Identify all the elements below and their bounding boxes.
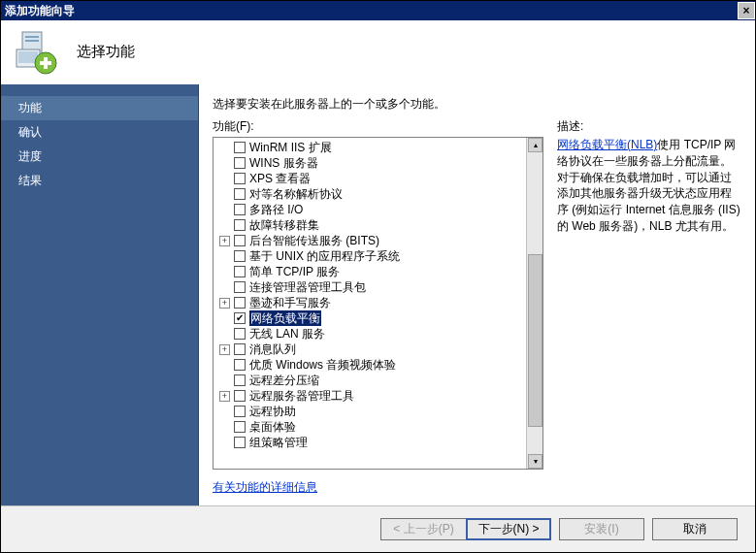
feature-checkbox[interactable] (234, 157, 246, 169)
feature-label: 后台智能传送服务 (BITS) (249, 233, 379, 248)
feature-node[interactable]: 连接管理器管理工具包 (214, 279, 526, 295)
feature-node[interactable]: +远程服务器管理工具 (214, 388, 526, 404)
prev-button[interactable]: < 上一步(P) (380, 518, 466, 540)
more-info-link[interactable]: 有关功能的详细信息 (213, 479, 543, 496)
nav-button-group: < 上一步(P) 下一步(N) > (380, 518, 551, 540)
feature-label: 优质 Windows 音频视频体验 (249, 357, 396, 373)
feature-label: 组策略管理 (249, 435, 308, 450)
description-text: 网络负载平衡(NLB)使用 TCP/IP 网络协议在一些服务器上分配流量。对于确… (557, 137, 741, 235)
expand-icon[interactable]: + (219, 298, 230, 309)
main-panel: 选择要安装在此服务器上的一个或多个功能。 功能(F): WinRM IIS 扩展… (199, 84, 755, 505)
feature-checkbox[interactable] (234, 312, 246, 324)
description-label: 描述: (557, 118, 741, 135)
feature-checkbox[interactable] (234, 235, 246, 246)
feature-label: 连接管理器管理工具包 (249, 279, 366, 295)
feature-node[interactable]: WINS 服务器 (214, 155, 526, 171)
feature-checkbox[interactable] (234, 343, 246, 355)
features-column: 功能(F): WinRM IIS 扩展WINS 服务器XPS 查看器对等名称解析… (213, 118, 543, 496)
feature-checkbox[interactable] (234, 142, 246, 153)
feature-node[interactable]: WinRM IIS 扩展 (214, 140, 526, 155)
sidebar: 功能确认进度结果 (1, 84, 199, 505)
close-button[interactable]: × (738, 2, 755, 19)
feature-node[interactable]: 网络负载平衡 (214, 310, 526, 326)
feature-label: 基于 UNIX 的应用程序子系统 (249, 248, 400, 264)
sidebar-step[interactable]: 功能 (1, 96, 198, 120)
feature-node[interactable]: 远程差分压缩 (214, 373, 526, 388)
feature-checkbox[interactable] (234, 250, 246, 262)
expand-icon[interactable]: + (219, 344, 230, 355)
feature-label: 墨迹和手写服务 (249, 295, 331, 310)
feature-node[interactable]: 远程协助 (214, 404, 526, 419)
feature-checkbox[interactable] (234, 328, 246, 340)
sidebar-step[interactable]: 进度 (1, 145, 198, 169)
content-row: 功能(F): WinRM IIS 扩展WINS 服务器XPS 查看器对等名称解析… (213, 118, 741, 496)
instruction-text: 选择要安装在此服务器上的一个或多个功能。 (213, 96, 741, 113)
feature-node[interactable]: +消息队列 (214, 342, 526, 357)
scrollbar[interactable]: ▴ ▾ (526, 138, 542, 469)
description-column: 描述: 网络负载平衡(NLB)使用 TCP/IP 网络协议在一些服务器上分配流量… (557, 118, 741, 496)
feature-label: 故障转移群集 (249, 217, 319, 233)
feature-node[interactable]: +墨迹和手写服务 (214, 295, 526, 310)
footer: < 上一步(P) 下一步(N) > 安装(I) 取消 (1, 505, 755, 552)
expand-icon[interactable]: + (219, 391, 230, 402)
feature-node[interactable]: 故障转移群集 (214, 217, 526, 233)
feature-checkbox[interactable] (234, 390, 246, 402)
feature-label: 远程差分压缩 (249, 373, 319, 388)
feature-label: 远程协助 (249, 404, 296, 419)
window-title: 添加功能向导 (5, 3, 75, 19)
feature-node[interactable]: +后台智能传送服务 (BITS) (214, 233, 526, 248)
feature-label: 消息队列 (249, 342, 296, 357)
svg-rect-1 (25, 36, 39, 38)
feature-node[interactable]: 简单 TCP/IP 服务 (214, 264, 526, 279)
feature-node[interactable]: 无线 LAN 服务 (214, 326, 526, 342)
description-link[interactable]: 网络负载平衡(NLB) (557, 138, 657, 151)
feature-checkbox[interactable] (234, 266, 246, 277)
install-button[interactable]: 安装(I) (559, 518, 644, 540)
next-button[interactable]: 下一步(N) > (466, 518, 551, 540)
feature-label: 无线 LAN 服务 (249, 326, 325, 342)
feature-checkbox[interactable] (234, 188, 246, 200)
scroll-down-button[interactable]: ▾ (528, 454, 542, 469)
features-tree-container: WinRM IIS 扩展WINS 服务器XPS 查看器对等名称解析协议多路径 I… (213, 137, 543, 470)
feature-node[interactable]: 优质 Windows 音频视频体验 (214, 357, 526, 373)
sidebar-step[interactable]: 结果 (1, 169, 198, 193)
feature-label: 桌面体验 (249, 419, 296, 435)
sidebar-step[interactable]: 确认 (1, 120, 198, 145)
feature-node[interactable]: 桌面体验 (214, 419, 526, 435)
feature-label: 远程服务器管理工具 (249, 388, 354, 404)
header: 选择功能 (1, 20, 755, 84)
feature-checkbox[interactable] (234, 437, 246, 448)
feature-node[interactable]: XPS 查看器 (214, 171, 526, 186)
feature-checkbox[interactable] (234, 281, 246, 293)
cancel-button[interactable]: 取消 (652, 518, 738, 540)
feature-checkbox[interactable] (234, 173, 246, 184)
feature-checkbox[interactable] (234, 374, 246, 386)
feature-label: XPS 查看器 (249, 171, 311, 186)
scroll-thumb[interactable] (528, 254, 542, 427)
feature-node[interactable]: 多路径 I/O (214, 202, 526, 217)
feature-label: 网络负载平衡 (249, 310, 321, 326)
svg-rect-2 (25, 40, 39, 42)
titlebar: 添加功能向导 × (1, 1, 755, 20)
feature-node[interactable]: 组策略管理 (214, 435, 526, 450)
expand-icon[interactable]: + (219, 236, 230, 246)
body: 功能确认进度结果 选择要安装在此服务器上的一个或多个功能。 功能(F): Win… (1, 84, 755, 505)
svg-rect-7 (40, 61, 51, 65)
feature-label: 简单 TCP/IP 服务 (249, 264, 340, 279)
feature-checkbox[interactable] (234, 421, 246, 433)
wizard-icon (13, 28, 61, 77)
feature-checkbox[interactable] (234, 297, 246, 309)
wizard-window: 添加功能向导 × 选择功能 功能确认进度结果 选择要安装在此服务器上的一个或多个… (0, 0, 756, 553)
feature-checkbox[interactable] (234, 406, 246, 417)
feature-label: 对等名称解析协议 (249, 186, 343, 202)
description-body: 使用 TCP/IP 网络协议在一些服务器上分配流量。对于确保在负载增加时，可以通… (557, 138, 740, 233)
feature-node[interactable]: 基于 UNIX 的应用程序子系统 (214, 248, 526, 264)
feature-checkbox[interactable] (234, 359, 246, 371)
feature-label: WinRM IIS 扩展 (249, 140, 332, 155)
features-label: 功能(F): (213, 118, 543, 135)
feature-checkbox[interactable] (234, 219, 246, 231)
feature-node[interactable]: 对等名称解析协议 (214, 186, 526, 202)
feature-checkbox[interactable] (234, 204, 246, 215)
features-tree[interactable]: WinRM IIS 扩展WINS 服务器XPS 查看器对等名称解析协议多路径 I… (214, 138, 526, 469)
scroll-up-button[interactable]: ▴ (528, 138, 542, 152)
